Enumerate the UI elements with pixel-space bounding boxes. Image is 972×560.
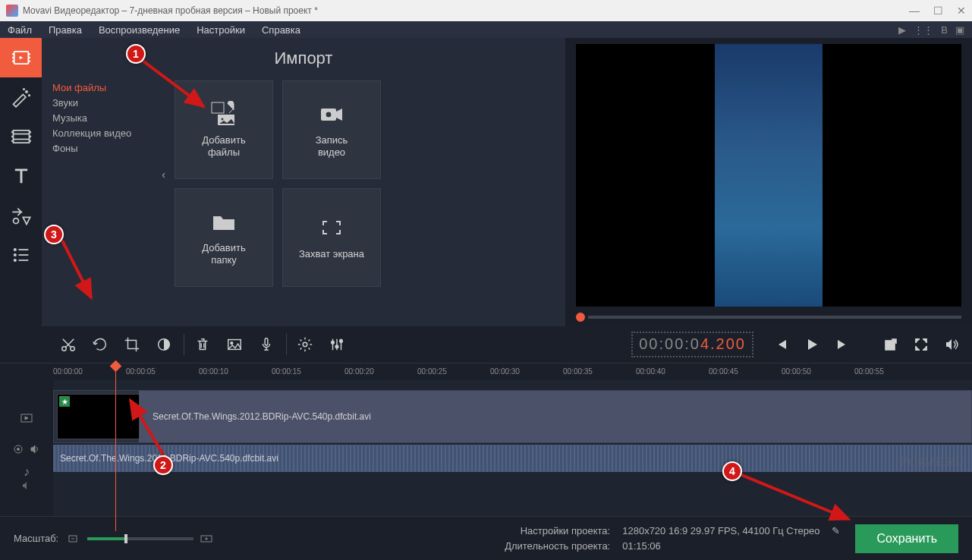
annotation-1: 1 [126,44,146,64]
zoom-out-icon[interactable] [68,533,81,544]
audio-track-clip[interactable]: Secret.Of.The.Wings.2012.BDRip-AVC.540p.… [53,445,972,472]
tab-callouts[interactable] [0,196,42,235]
volume-button[interactable] [939,332,964,357]
clip-thumbnail: ★ [57,394,140,439]
project-settings-label: Настройки проекта: [481,524,610,539]
rotate-button[interactable] [85,329,115,360]
next-button[interactable] [829,332,855,357]
sidebar-item-backgrounds[interactable]: Фоны [52,141,159,156]
sidebar-item-videocollection[interactable]: Коллекция видео [52,126,159,141]
window-titlebar: Movavi Видеоредактор – 7-дневная пробная… [0,0,972,21]
svg-point-6 [28,54,29,55]
svg-rect-28 [212,102,224,113]
tab-transitions[interactable] [0,117,42,156]
left-tool-tabs [0,38,42,326]
youtube-icon[interactable]: ▶ [898,24,906,36]
sidebar-item-sounds[interactable]: Звуки [52,96,159,111]
preview-screen[interactable] [576,44,961,307]
crop-button[interactable] [117,329,147,360]
minimize-button[interactable]: — [909,5,920,17]
delete-button[interactable] [187,329,218,360]
svg-point-17 [11,140,12,141]
tab-titles[interactable] [0,156,42,196]
seekbar-track[interactable] [588,316,961,319]
app-icon [6,5,18,17]
menu-file[interactable]: Файл [8,24,32,36]
screen-capture-tile[interactable]: Захват экрана [282,188,381,287]
fullscreen-button[interactable] [908,332,934,357]
audio-track-icon[interactable] [0,436,53,463]
import-sidebar: Мои файлы Звуки Музыка Коллекция видео Ф… [42,76,159,287]
tab-import[interactable] [0,38,42,77]
svg-point-26 [14,260,15,261]
tab-filters[interactable] [0,77,42,117]
sidebar-item-music[interactable]: Музыка [52,111,159,126]
menu-help[interactable]: Справка [262,24,300,36]
record-video-tile[interactable]: Запись видео [282,80,381,179]
project-settings-value: 1280x720 16:9 29.97 FPS, 44100 Гц Стерео [622,524,819,539]
svg-marker-1 [19,56,23,60]
image-button[interactable] [219,329,250,360]
svg-point-10 [28,95,29,96]
color-button[interactable] [149,329,179,360]
editor-toolbar: 00:00:04.200 [0,326,972,363]
tab-more[interactable] [0,235,42,275]
svg-point-47 [332,341,335,344]
zoom-slider[interactable] [87,537,193,540]
sidebar-item-myfiles[interactable]: Мои файлы [52,80,159,96]
annotation-3: 3 [44,225,64,244]
vk-icon[interactable]: B [941,24,948,36]
svg-point-8 [28,61,29,61]
mic-button[interactable] [251,329,282,360]
svg-point-48 [335,345,338,348]
timeline: ♪ ★ Secret.Of.The.Wings.2012.BDRip-AVC.5… [0,379,972,516]
svg-point-9 [25,91,27,93]
menubar: Файл Правка Воспроизведение Настройки Сп… [0,21,972,38]
playhead-icon[interactable] [115,363,116,531]
close-button[interactable]: ✕ [957,5,966,17]
maximize-button[interactable]: ☐ [933,5,943,17]
annotation-4: 4 [722,461,742,481]
svg-point-11 [23,89,24,90]
save-button[interactable]: Сохранить [855,524,958,553]
svg-point-49 [340,340,343,343]
timeline-ruler[interactable]: 00:00:00 00:00:05 00:00:10 00:00:15 00:0… [0,363,972,379]
svg-point-4 [12,57,13,58]
star-icon: ★ [59,396,70,407]
collapse-sidebar-icon[interactable]: ‹ [162,167,165,182]
preview-clip [715,44,823,307]
svg-point-21 [13,219,18,224]
video-track-clip[interactable]: ★ Secret.Of.The.Wings.2012.BDRip-AVC.540… [53,390,972,443]
music-track-icon[interactable]: ♪ [0,463,53,493]
svg-point-20 [30,140,30,141]
camera-icon[interactable]: ▣ [955,24,964,36]
equalizer-button[interactable] [322,329,352,360]
seekbar-playhead-icon[interactable] [576,313,585,322]
edit-settings-icon[interactable]: ✎ [832,524,840,539]
settings-button[interactable] [290,329,320,360]
svg-point-15 [11,132,12,133]
zoom-in-icon[interactable] [200,533,213,544]
import-panel: Импорт Мои файлы Звуки Музыка Коллекция … [42,38,565,326]
svg-point-22 [14,249,15,250]
svg-point-16 [11,136,12,137]
svg-marker-52 [25,417,28,420]
menu-playback[interactable]: Воспроизведение [99,24,180,36]
svg-point-54 [17,448,20,451]
menu-edit[interactable]: Правка [49,24,82,36]
svg-point-5 [12,61,13,61]
prev-button[interactable] [769,332,794,357]
svg-point-32 [326,112,332,118]
popout-button[interactable] [878,332,904,357]
svg-point-18 [30,132,30,133]
video-clip-name: Secret.Of.The.Wings.2012.BDRip-AVC.540p.… [153,411,371,422]
preview-seekbar[interactable] [576,311,961,323]
cut-button[interactable] [53,329,83,360]
menu-settings[interactable]: Настройки [197,24,245,36]
add-files-tile[interactable]: Добавить файлы [175,80,273,179]
add-folder-tile[interactable]: Добавить папку [175,188,273,287]
play-button[interactable] [799,332,825,357]
svg-point-7 [28,57,29,58]
share-icon[interactable]: ⋮⋮ [914,24,933,36]
video-track-icon[interactable] [0,401,53,436]
